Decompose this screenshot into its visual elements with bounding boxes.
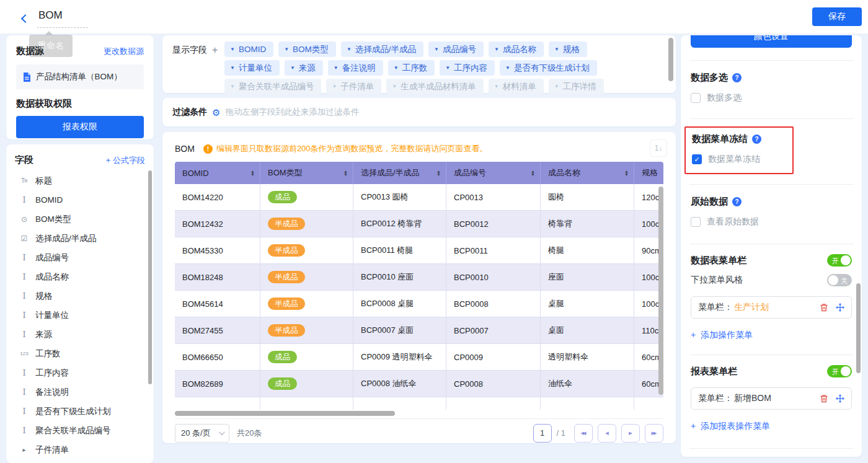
table-horizontal-scrollbar[interactable] <box>175 411 663 416</box>
display-field-chip[interactable]: ▼成品编号 <box>428 42 484 57</box>
field-item[interactable]: IBOMID <box>15 190 145 209</box>
display-field-chip[interactable]: ▼规格 <box>549 42 587 57</box>
table-vertical-scrollbar[interactable] <box>658 187 663 395</box>
table-row[interactable]: BOM12432半成品BCP0012 椅靠背BCP0012椅靠背100cm* <box>175 211 663 237</box>
move-icon[interactable] <box>836 394 844 403</box>
report-permission-button[interactable]: 报表权限 <box>16 116 144 138</box>
first-page-button[interactable]: ◂◂ <box>574 424 593 443</box>
dropdown-style-label: 下拉菜单风格 <box>691 275 743 286</box>
delete-icon[interactable] <box>820 303 828 312</box>
column-header[interactable]: 成品名称▲▼ <box>541 162 634 184</box>
table-menu-item-value: 生产计划 <box>734 302 769 313</box>
sort-arrows-icon[interactable]: ▲▼ <box>250 170 255 176</box>
table-row[interactable]: BOM82689成品CP0008 油纸伞CP0008油纸伞60cm*6 <box>175 371 663 397</box>
display-field-chip[interactable]: ▼工序内容 <box>440 60 495 76</box>
table-title: BOM <box>175 144 195 154</box>
datasource-item[interactable]: 产品结构清单（BOM） <box>16 64 144 89</box>
sort-arrows-icon[interactable]: ▲▼ <box>624 170 629 176</box>
help-icon[interactable]: ? <box>732 197 742 206</box>
dropdown-style-toggle[interactable]: 关 <box>827 274 852 286</box>
field-item[interactable]: I成品名称 <box>15 267 145 286</box>
fields-list: T≡标题IBOMID⊙BOM类型☑选择成品/半成品I成品编号I成品名称I规格I计… <box>15 171 145 459</box>
sort-arrows-icon[interactable]: ▲▼ <box>436 170 441 176</box>
table-row[interactable]: BOM45330半成品BCP0011 椅腿BCP0011椅腿90cm*9 <box>175 237 663 264</box>
display-field-chip[interactable]: ▼选择成品/半成品 <box>341 42 423 57</box>
display-field-chip[interactable]: ▼是否有下级生成计划 <box>500 60 596 76</box>
table-cell: CP0008 油纸伞 <box>353 371 446 397</box>
table-menu-item[interactable]: 菜单栏： 生产计划 <box>691 296 852 319</box>
text-field-icon: I <box>19 426 30 435</box>
add-report-menu-link[interactable]: +添加报表操作菜单 <box>691 421 852 432</box>
save-button[interactable]: 保存 <box>812 7 862 26</box>
column-header[interactable]: BOM类型▲▼ <box>260 162 353 184</box>
page-number-input[interactable]: 1 <box>533 424 552 443</box>
change-datasource-link[interactable]: 更改数据源 <box>104 46 144 57</box>
field-item[interactable]: I规格 <box>15 286 145 306</box>
table-cell: BOM12432 <box>175 211 260 237</box>
display-field-chip[interactable]: ▼计量单位 <box>224 60 280 76</box>
page-size-select[interactable]: 20 条/页 <box>175 424 229 443</box>
sort-arrows-icon[interactable]: ▲▼ <box>343 170 348 176</box>
fields-scrollbar[interactable] <box>148 170 152 384</box>
add-action-menu-link[interactable]: +添加操作菜单 <box>691 330 852 341</box>
report-menu-toggle[interactable]: 开 <box>827 365 852 377</box>
chevron-down-icon: ▼ <box>230 46 235 52</box>
table-row[interactable]: BOM66650成品CP0009 透明塑料伞CP0009透明塑料伞60cm*6 <box>175 344 663 371</box>
field-item[interactable]: ▸子件清单 <box>15 440 145 459</box>
back-button[interactable] <box>19 12 32 26</box>
field-item[interactable]: I成品编号 <box>15 248 145 267</box>
freeze-checkbox-row[interactable]: ✓ 数据菜单冻结 <box>692 154 780 165</box>
checkbox-unchecked-icon[interactable] <box>691 217 701 227</box>
delete-icon[interactable] <box>820 394 828 403</box>
sort-arrows-icon[interactable]: ▲▼ <box>531 170 535 176</box>
numeric-sort-icon[interactable]: 1↓ <box>650 139 667 157</box>
chip-row: ▼聚合关联半成品编号▼子件清单▼生成半成品材料清单▼材料清单▼工序详情 <box>224 79 666 94</box>
table-row[interactable]: BOM45614半成品BCP0008 桌腿BCP0008桌腿100cm* <box>175 291 663 317</box>
display-field-chip[interactable]: ▼BOM类型 <box>278 42 336 57</box>
display-field-chip[interactable]: ▼备注说明 <box>328 60 383 76</box>
column-header[interactable]: BOMID▲▼ <box>175 162 260 184</box>
column-header[interactable]: 选择成品/半成品▲▼ <box>353 162 446 184</box>
table-cell <box>353 397 446 410</box>
table-row[interactable]: BOM18248半成品BCP0010 座面BCP0010座面100cm* <box>175 264 663 291</box>
table-row[interactable]: BOM14220成品CP0013 圆椅CP0013圆椅120cm* <box>175 184 663 211</box>
checkbox-unchecked-icon[interactable] <box>691 93 701 103</box>
multi-select-checkbox-row[interactable]: 数据多选 <box>691 92 852 104</box>
field-item[interactable]: I来源 <box>15 325 145 344</box>
settings-scrollbar[interactable] <box>856 283 861 373</box>
table-row[interactable]: BOM27455半成品BCP0007 桌面BCP0007桌面110cm* <box>175 317 663 344</box>
display-field-chip[interactable]: ▼来源 <box>285 60 323 76</box>
permission-title: 数据获取权限 <box>16 98 144 110</box>
field-item[interactable]: ⊙BOM类型 <box>15 209 145 229</box>
move-icon[interactable] <box>836 303 844 312</box>
field-item[interactable]: ☑选择成品/半成品 <box>15 229 145 248</box>
prev-page-button[interactable]: ◂ <box>598 424 616 443</box>
add-display-field-button[interactable]: + <box>212 45 218 97</box>
field-item[interactable]: I备注说明 <box>15 382 145 402</box>
display-field-chip[interactable]: ▼BOMID <box>224 42 273 57</box>
display-field-chip[interactable]: ▼成品名称 <box>489 42 544 57</box>
table-menu-toggle[interactable]: 开 <box>827 254 852 267</box>
checkbox-checked-icon[interactable]: ✓ <box>692 154 702 164</box>
field-item[interactable]: T≡标题 <box>15 171 145 190</box>
field-item[interactable]: I工序内容 <box>15 363 145 382</box>
display-fields-scrollbar[interactable] <box>668 38 673 81</box>
field-item[interactable]: I是否有下级生成计划 <box>15 402 145 421</box>
column-header[interactable]: 成品编号▲▼ <box>446 162 541 184</box>
next-page-button[interactable]: ▸ <box>621 424 640 443</box>
field-item[interactable]: I计量单位 <box>15 306 145 325</box>
display-field-chip[interactable]: ▼工序数 <box>388 60 435 76</box>
raw-data-checkbox-label: 查看原始数据 <box>707 216 759 227</box>
field-item[interactable]: I聚合关联半成品编号 <box>15 421 145 440</box>
raw-data-checkbox-row[interactable]: 查看原始数据 <box>691 216 852 227</box>
color-settings-button[interactable]: 颜色设置 <box>691 35 852 48</box>
report-menu-item[interactable]: 菜单栏： 新增BOM <box>691 387 852 410</box>
report-menu-item-value: 新增BOM <box>734 393 771 404</box>
last-page-button[interactable]: ▸▸ <box>645 424 663 443</box>
filter-gear-icon[interactable]: ⚙ <box>212 108 220 117</box>
help-icon[interactable]: ? <box>752 134 761 144</box>
help-icon[interactable]: ? <box>732 73 742 82</box>
add-formula-field-link[interactable]: + 公式字段 <box>106 155 145 166</box>
field-item[interactable]: 123工序数 <box>15 344 145 363</box>
column-header[interactable]: 规格 <box>634 162 663 184</box>
